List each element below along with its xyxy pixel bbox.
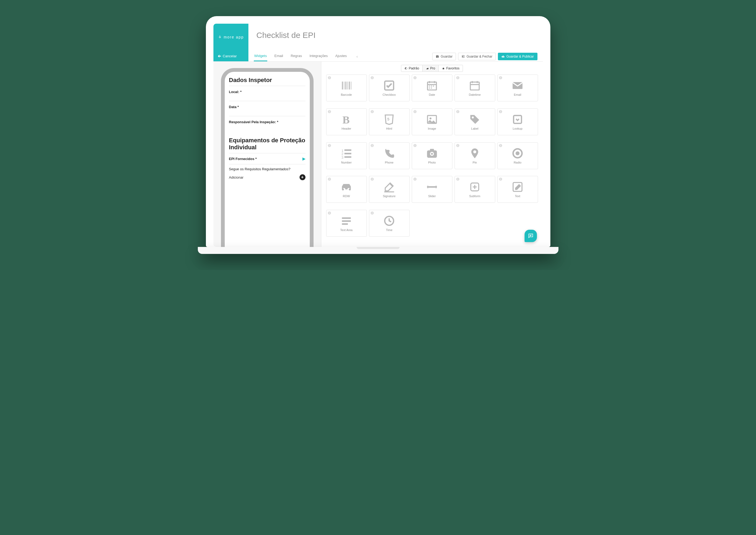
brand-logo[interactable]: more app <box>214 24 248 51</box>
widget-phone[interactable]: iPhone <box>369 142 410 169</box>
widget-signature[interactable]: iSignature <box>369 176 410 203</box>
svg-point-64 <box>516 151 520 155</box>
datetime-icon <box>469 80 481 92</box>
slider-icon <box>426 181 438 193</box>
widget-pin[interactable]: iPin <box>454 142 495 169</box>
preview-panel: Dados Inspetor Local: * Data * Responsáv… <box>214 62 321 247</box>
save-publish-button[interactable]: Guardar & Publicar <box>498 53 537 60</box>
svg-rect-7 <box>349 81 350 89</box>
tab-integracoes[interactable]: Integrações <box>309 51 328 61</box>
chat-fab[interactable] <box>525 230 537 242</box>
add-row[interactable]: Adicionar + <box>229 173 305 183</box>
svg-rect-17 <box>433 86 434 87</box>
info-icon: i <box>413 144 417 147</box>
widget-rdw[interactable]: iRDW <box>326 176 367 203</box>
widget-email[interactable]: iEmail <box>497 74 538 101</box>
widget-html[interactable]: i5Html <box>369 108 410 135</box>
info-icon: i <box>328 144 331 147</box>
chevron-left-icon[interactable]: ‹ <box>354 52 361 61</box>
widget-datetime[interactable]: iDatetime <box>454 74 495 101</box>
svg-text:i: i <box>415 111 415 113</box>
tabs-actions: Widgets Email Regras Integrações Ajustes… <box>248 51 543 61</box>
svg-text:i: i <box>415 178 415 181</box>
tab-regras[interactable]: Regras <box>290 51 303 61</box>
widget-label: Subform <box>469 194 480 198</box>
star-icon <box>442 67 445 70</box>
info-icon: i <box>370 177 374 181</box>
save-close-button[interactable]: Guardar & Fechar <box>458 53 496 60</box>
widget-checkbox[interactable]: iCheckbox <box>369 74 410 101</box>
svg-point-56 <box>431 153 433 155</box>
app: more app Checklist de EPI 🡨 Cancelar Wid… <box>214 24 543 247</box>
widget-text-area[interactable]: iText Area <box>326 210 367 237</box>
widgets-panel: Padrão Pro Favoritos iBar <box>321 62 543 247</box>
tab-pro[interactable]: Pro <box>422 65 438 71</box>
widget-photo[interactable]: iPhoto <box>412 142 452 169</box>
svg-rect-19 <box>431 87 432 89</box>
widget-lookup[interactable]: iLookup <box>497 108 538 135</box>
rdw-icon <box>340 181 352 193</box>
widget-label: Radio <box>514 161 522 164</box>
svg-rect-49 <box>344 156 352 158</box>
section-header-2[interactable]: Equipamentos de Proteção Individual <box>229 137 305 151</box>
tab-favoritos[interactable]: Favoritos <box>438 65 463 71</box>
svg-rect-5 <box>345 81 346 89</box>
subform-row[interactable]: EPI Fornecidos * ▶ <box>229 153 305 164</box>
widget-radio[interactable]: iRadio <box>497 142 538 169</box>
tab-padrao[interactable]: Padrão <box>401 65 422 71</box>
info-icon: i <box>413 110 417 114</box>
widget-number[interactable]: i123Number <box>326 142 367 169</box>
widget-text[interactable]: iText <box>497 176 538 203</box>
widget-header[interactable]: iBHeader <box>326 108 367 135</box>
section-header-1[interactable]: Dados Inspetor <box>229 77 305 84</box>
leaf-icon <box>426 67 429 70</box>
cancel-button[interactable]: 🡨 Cancelar <box>214 51 248 61</box>
widget-grid: iBarcodeiCheckboxiDateiDatetimeiEmailiBH… <box>326 74 538 247</box>
widget-label: Email <box>514 93 521 96</box>
photo-icon <box>426 147 438 159</box>
pin-icon <box>469 147 481 159</box>
svg-rect-69 <box>384 191 394 193</box>
svg-text:i: i <box>329 77 330 79</box>
svg-text:i: i <box>457 77 458 79</box>
save-button[interactable]: Guardar <box>432 53 456 60</box>
chat-icon <box>528 233 534 239</box>
save-label: Guardar <box>441 55 452 58</box>
widget-label[interactable]: iLabel <box>454 108 495 135</box>
svg-rect-16 <box>431 86 432 87</box>
svg-text:3: 3 <box>341 155 343 159</box>
question-row[interactable]: Segue os Requisitos Regulamentados? <box>229 164 305 173</box>
widget-date[interactable]: iDate <box>412 74 452 101</box>
svg-text:i: i <box>500 144 501 147</box>
logout-icon <box>462 55 465 58</box>
field-data[interactable]: Data * <box>229 101 305 116</box>
widget-label: Signature <box>383 194 395 198</box>
widget-barcode[interactable]: iBarcode <box>326 74 367 101</box>
tab-widgets[interactable]: Widgets <box>254 51 268 61</box>
widget-slider[interactable]: iSlider <box>412 176 452 203</box>
save-icon <box>436 55 439 58</box>
svg-text:i: i <box>372 212 372 214</box>
info-icon: i <box>499 110 503 114</box>
tab-email[interactable]: Email <box>274 51 284 61</box>
radio-icon <box>511 147 523 159</box>
widget-image[interactable]: iImage <box>412 108 452 135</box>
widget-label: Datetime <box>469 93 481 96</box>
subform-icon <box>469 181 481 193</box>
field-responsavel[interactable]: Responsável Pela Inspeção: * <box>229 116 305 131</box>
widget-label: Slider <box>428 194 436 198</box>
info-icon: i <box>413 177 417 181</box>
date-icon <box>426 80 438 92</box>
tab-ajustes[interactable]: Ajustes <box>335 51 347 61</box>
widget-subform[interactable]: iSubform <box>454 176 495 203</box>
info-icon: i <box>499 177 503 181</box>
widget-label: Photo <box>428 161 436 164</box>
number-icon: 123 <box>340 147 352 159</box>
tab-favoritos-label: Favoritos <box>446 67 459 70</box>
svg-rect-4 <box>344 81 344 89</box>
widget-time[interactable]: iTime <box>369 210 410 237</box>
second-row: 🡨 Cancelar Widgets Email Regras Integraç… <box>214 51 543 62</box>
text-area-icon <box>340 215 352 227</box>
svg-text:i: i <box>372 144 372 147</box>
field-local[interactable]: Local: * <box>229 86 305 101</box>
